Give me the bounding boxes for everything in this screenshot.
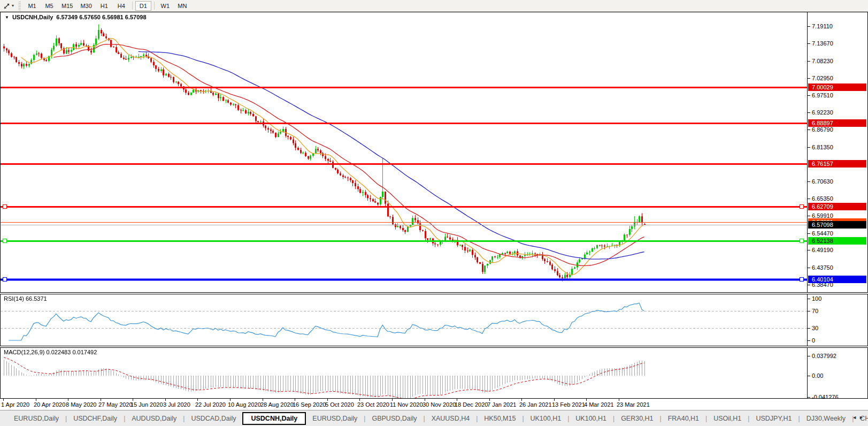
timeframe-button-d1[interactable]: D1 — [135, 1, 151, 11]
macd-tick: 0.00 — [812, 372, 823, 379]
date-tick-mark — [586, 399, 587, 401]
timeframe-button-w1[interactable]: W1 — [157, 1, 173, 11]
current-price-label: 6.57098 — [808, 221, 866, 229]
tab-uk100-h1[interactable]: UK100,H1 — [569, 413, 613, 424]
tab-scroll-buttons[interactable]: ◄► — [852, 415, 866, 420]
date-tick-mark — [489, 399, 490, 401]
date-tick-mark — [392, 399, 393, 401]
date-tick-mark — [36, 399, 36, 401]
level-label-6-62709: 6.62709 — [808, 203, 866, 210]
date-tick-mark — [554, 399, 555, 401]
date-tick-mark — [359, 399, 360, 401]
date-label-18-dec-2020: 18 Dec 2020 — [455, 401, 488, 408]
chart-title-ohlc: 6.57349 6.57650 6.56981 6.57098 — [56, 14, 146, 20]
tab-uk100-h1[interactable]: UK100,H1 — [524, 413, 568, 424]
timeframe-button-h1[interactable]: H1 — [96, 1, 112, 11]
rsi-axis: 10070300 — [807, 294, 867, 346]
crosshair-cursor-icon — [3, 2, 11, 10]
tab-eurusd-daily[interactable]: EURUSD,Daily — [7, 413, 65, 424]
timeframe-button-m1[interactable]: M1 — [24, 1, 40, 11]
chart-tab-bar: EURUSD,Daily|USDCHF,Daily|AUDUSD,Daily|U… — [0, 410, 868, 426]
date-tick-mark — [3, 399, 4, 401]
timeframe-button-m30[interactable]: M30 — [77, 1, 95, 11]
tab-audusd-daily[interactable]: AUDUSD,Daily — [125, 413, 183, 424]
tab-gbpusd-daily[interactable]: GBPUSD,Daily — [365, 413, 423, 424]
tab-xauusd-h4[interactable]: XAUUSD,H4 — [425, 413, 477, 424]
toolbar-grip[interactable] — [18, 2, 21, 10]
date-label-8-may-2020: 8 May 2020 — [66, 401, 96, 408]
rsi-tick: 0 — [812, 337, 815, 344]
collapse-icon[interactable]: ▼ — [5, 15, 9, 20]
date-label-23-oct-2020: 23 Oct 2020 — [357, 401, 389, 408]
date-label-27-may-2020: 27 May 2020 — [98, 401, 133, 408]
tab-usdjpy-h1[interactable]: USDJPY,H1 — [749, 413, 798, 424]
tab-scroll-left-icon[interactable]: ◄ — [852, 415, 859, 420]
toolbar-separator — [154, 2, 155, 10]
chart-title: ▼ USDCNH,Daily 6.57349 6.57650 6.56981 6… — [5, 14, 147, 20]
macd-tick: -0.041276 — [812, 393, 839, 398]
date-tick-mark — [197, 399, 198, 401]
price-tick: 7.08230 — [812, 57, 833, 65]
date-label-26-jan-2021: 26 Jan 2021 — [519, 401, 552, 408]
level-label-6-40104: 6.40104 — [808, 276, 866, 283]
price-tick: 6.49190 — [812, 246, 833, 254]
main-chart-canvas[interactable] — [1, 12, 807, 292]
date-tick-mark — [619, 399, 619, 401]
tab-eurusd-daily[interactable]: EURUSD,Daily — [306, 413, 364, 424]
date-label-7-jan-2021: 7 Jan 2021 — [487, 401, 516, 408]
level-label-6-88897: 6.88897 — [808, 119, 866, 127]
date-tick-mark — [295, 399, 295, 401]
date-label-5-oct-2020: 5 Oct 2020 — [325, 401, 354, 408]
tab-usdcad-daily[interactable]: USDCAD,Daily — [185, 413, 242, 424]
tab-scroll-right-icon[interactable]: ► — [859, 415, 866, 420]
date-label-28-aug-2020: 28 Aug 2020 — [260, 401, 294, 408]
tab-usdcnh-daily[interactable]: USDCNH,Daily — [242, 412, 306, 425]
price-tick: 7.13670 — [812, 40, 833, 47]
date-tick-mark — [425, 399, 425, 401]
top-toolbar: ▾ M1M5M15M30H1H4D1W1MN — [0, 0, 868, 12]
timeframe-button-h4[interactable]: H4 — [113, 1, 129, 11]
date-label-4-mar-2021: 4 Mar 2021 — [584, 401, 614, 408]
main-chart-panel: ▼ USDCNH,Daily 6.57349 6.57650 6.56981 6… — [0, 12, 868, 293]
tab-fra40-h1[interactable]: FRA40,H1 — [662, 413, 705, 424]
date-tick-mark — [68, 399, 68, 401]
date-axis[interactable]: 1 Apr 202020 Apr 20208 May 202027 May 20… — [0, 399, 868, 410]
timeframe-button-mn[interactable]: MN — [174, 1, 190, 11]
tab-usdchf-daily[interactable]: USDCHF,Daily — [67, 413, 124, 424]
timeframe-button-m5[interactable]: M5 — [41, 1, 57, 11]
date-tick-mark — [521, 399, 522, 401]
macd-indicator-label: MACD(12,26,9) 0.022483 0.017492 — [4, 349, 97, 355]
rsi-panel: RSI(14) 66.5371 10070300 — [0, 294, 868, 346]
chevron-down-icon[interactable]: ▾ — [12, 3, 14, 8]
date-tick-mark — [457, 399, 457, 401]
date-label-30-nov-2020: 30 Nov 2020 — [423, 401, 456, 408]
rsi-tick: 30 — [812, 324, 818, 332]
date-label-13-feb-2021: 13 Feb 2021 — [552, 401, 585, 408]
date-label-10-aug-2020: 10 Aug 2020 — [228, 401, 261, 408]
price-tick: 7.02950 — [812, 74, 833, 82]
date-label-3-jul-2020: 3 Jul 2020 — [163, 401, 190, 408]
macd-canvas[interactable] — [1, 348, 807, 398]
rsi-canvas[interactable] — [1, 294, 807, 346]
price-tick: 6.92230 — [812, 109, 833, 116]
date-tick-mark — [101, 399, 101, 401]
rsi-indicator-label: RSI(14) 66.5371 — [4, 295, 47, 302]
price-tick: 6.86790 — [812, 126, 833, 133]
price-axis[interactable]: 7.191107.136707.082307.029506.975106.922… — [807, 12, 867, 292]
date-tick-mark — [133, 399, 133, 401]
tab-ger30-h1[interactable]: GER30,H1 — [614, 413, 659, 424]
date-label-15-jun-2020: 15 Jun 2020 — [130, 401, 163, 408]
date-tick-mark — [165, 399, 166, 401]
price-tick: 7.19110 — [812, 22, 833, 30]
date-tick-mark — [230, 399, 231, 401]
tab-usoil-h1[interactable]: USOil,H1 — [707, 413, 748, 424]
date-label-20-apr-2020: 20 Apr 2020 — [34, 401, 65, 408]
cursor-tool-icon[interactable]: ▾ — [0, 1, 17, 11]
tab-hk50-m15[interactable]: HK50,M15 — [478, 413, 522, 424]
tab-dj30-weekly[interactable]: DJ30,Weekly — [800, 413, 852, 424]
price-tick: 6.65350 — [812, 195, 833, 202]
macd-panel: MACD(12,26,9) 0.022483 0.017492 0.037992… — [0, 347, 868, 399]
date-label-22-jul-2020: 22 Jul 2020 — [195, 401, 226, 408]
date-tick-mark — [263, 399, 263, 401]
timeframe-button-m15[interactable]: M15 — [58, 1, 76, 11]
